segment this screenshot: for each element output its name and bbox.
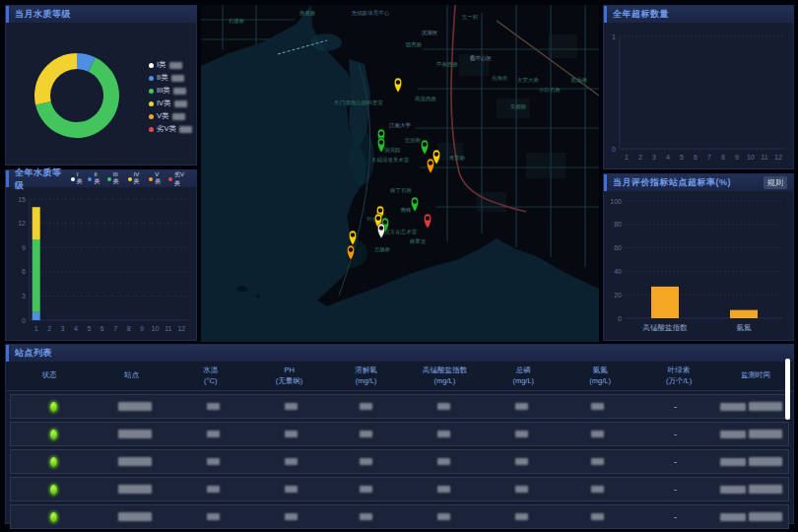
value-redacted bbox=[515, 458, 528, 465]
time-redacted bbox=[749, 512, 782, 521]
value-redacted bbox=[285, 513, 298, 520]
legend-dot bbox=[128, 177, 132, 181]
time-redacted bbox=[720, 513, 746, 521]
legend-value-redacted bbox=[174, 100, 187, 107]
panel-title-bar: 全年水质等级 I类II类III类IV类V类劣V类 bbox=[6, 170, 196, 187]
chlorophyll-value: - bbox=[674, 485, 677, 495]
column-header-1: 状态 bbox=[6, 370, 93, 380]
svg-text:80: 80 bbox=[614, 221, 622, 228]
map-label: 无锡新体育中心 bbox=[352, 10, 390, 17]
legend-item[interactable]: III类 bbox=[149, 86, 192, 96]
column-header-8: 氨氮(mg/L) bbox=[561, 366, 639, 385]
legend-dot bbox=[149, 76, 154, 81]
map-island bbox=[256, 295, 260, 299]
value-redacted bbox=[591, 458, 604, 465]
legend-item[interactable]: II类 bbox=[88, 171, 102, 186]
map-label: 招润园 bbox=[384, 147, 401, 154]
legend-label: II类 bbox=[94, 171, 102, 186]
legend-item[interactable]: IV类 bbox=[128, 171, 146, 186]
column-header-9: 叶绿素(万个/L) bbox=[639, 366, 718, 385]
legend-item[interactable]: IV类 bbox=[149, 99, 192, 108]
status-indicator bbox=[49, 401, 58, 413]
legend-item[interactable]: V类 bbox=[149, 171, 165, 186]
legend-label: II类 bbox=[157, 73, 168, 83]
table-row[interactable]: - bbox=[10, 449, 789, 474]
annual-legend: I类II类III类IV类V类劣V类 bbox=[71, 170, 190, 188]
stacked-bar-IV类[interactable] bbox=[33, 207, 40, 239]
value-redacted bbox=[591, 486, 604, 493]
legend-dot bbox=[149, 63, 154, 68]
legend-item[interactable]: V类 bbox=[149, 111, 192, 121]
value-redacted bbox=[207, 513, 220, 520]
panel-title-bar: 全年超标数量 bbox=[604, 6, 793, 23]
value-redacted bbox=[437, 486, 450, 493]
time-redacted bbox=[749, 402, 782, 411]
svg-text:0: 0 bbox=[612, 146, 616, 153]
svg-text:8: 8 bbox=[721, 154, 725, 161]
legend-label: IV类 bbox=[134, 171, 146, 186]
value-redacted bbox=[285, 403, 298, 410]
legend-dot bbox=[149, 101, 154, 106]
chlorophyll-value: - bbox=[674, 402, 677, 412]
map-label: 蠡中心区 bbox=[470, 54, 493, 61]
legend-item[interactable]: I类 bbox=[71, 171, 85, 186]
svg-text:12: 12 bbox=[774, 154, 782, 161]
table-scrollbar[interactable] bbox=[785, 359, 790, 420]
value-redacted bbox=[437, 513, 450, 520]
value-redacted bbox=[515, 403, 528, 410]
svg-text:4: 4 bbox=[666, 154, 670, 161]
map-label: 滨湖区 bbox=[422, 30, 438, 36]
stacked-bar-III类[interactable] bbox=[33, 239, 40, 312]
legend-item[interactable]: I类 bbox=[149, 60, 192, 70]
donut-slice-IV类[interactable] bbox=[34, 53, 77, 105]
value-redacted bbox=[285, 486, 298, 493]
legend-item[interactable]: III类 bbox=[107, 171, 124, 186]
svg-text:15: 15 bbox=[18, 196, 26, 203]
time-redacted bbox=[749, 485, 782, 494]
svg-text:3: 3 bbox=[652, 154, 656, 161]
map-island bbox=[236, 286, 248, 292]
value-redacted bbox=[285, 458, 298, 465]
rate-bar-高锰酸盐指数[interactable] bbox=[651, 287, 679, 318]
value-redacted bbox=[360, 513, 372, 520]
value-redacted bbox=[360, 403, 372, 410]
svg-text:9: 9 bbox=[140, 325, 144, 332]
value-redacted bbox=[285, 431, 298, 437]
legend-label: III类 bbox=[113, 171, 124, 186]
svg-text:10: 10 bbox=[152, 325, 160, 332]
rate-bar-氨氮[interactable] bbox=[730, 310, 758, 318]
table-row[interactable]: - bbox=[10, 504, 789, 529]
table-body: ----- bbox=[6, 394, 793, 529]
svg-text:10: 10 bbox=[747, 154, 755, 161]
svg-text:12: 12 bbox=[18, 220, 26, 227]
legend-label: 劣V类 bbox=[157, 124, 176, 134]
stacked-bar-II类[interactable] bbox=[33, 312, 40, 320]
legend-label: 劣V类 bbox=[174, 170, 190, 188]
map-label: 青峰 bbox=[401, 207, 413, 213]
table-row[interactable]: - bbox=[10, 422, 789, 446]
legend-item[interactable]: 劣V类 bbox=[149, 124, 192, 134]
legend-value-redacted bbox=[173, 88, 186, 95]
map-label: 江南大学 bbox=[389, 122, 412, 129]
table-row[interactable]: - bbox=[10, 394, 789, 419]
value-redacted bbox=[437, 458, 450, 465]
rules-button[interactable]: 规则 bbox=[764, 176, 787, 189]
table-row[interactable]: - bbox=[10, 477, 789, 501]
value-redacted bbox=[591, 403, 604, 410]
station-name-redacted bbox=[118, 485, 152, 494]
svg-text:6: 6 bbox=[22, 268, 26, 275]
svg-text:0: 0 bbox=[618, 315, 622, 322]
legend-item[interactable]: II类 bbox=[149, 73, 192, 83]
column-header-2: 站点 bbox=[93, 370, 171, 380]
panel-title-bar: 站点列表 bbox=[6, 345, 793, 362]
value-redacted bbox=[207, 431, 220, 437]
legend-value-redacted bbox=[171, 75, 184, 82]
map[interactable]: 石塘桥渔港路无锡新体育中心隐秀路滨湖区中南西路五一村蠡中心区岳海街天安大桥机场桥… bbox=[201, 5, 599, 342]
svg-text:1: 1 bbox=[625, 154, 629, 161]
map-label: 岳海街 bbox=[492, 75, 508, 82]
map-label: 北固桥 bbox=[404, 137, 422, 144]
status-indicator bbox=[49, 429, 58, 440]
value-redacted bbox=[437, 403, 450, 410]
legend-item[interactable]: 劣V类 bbox=[168, 170, 190, 188]
chlorophyll-value: - bbox=[674, 430, 677, 439]
